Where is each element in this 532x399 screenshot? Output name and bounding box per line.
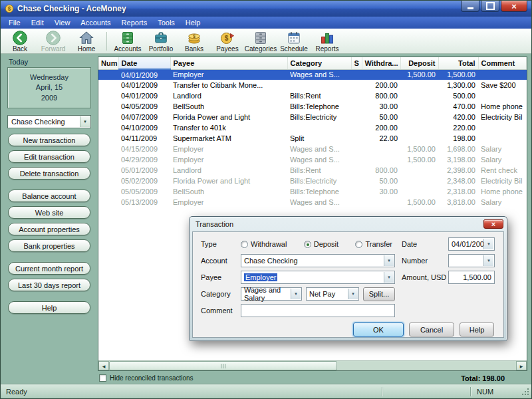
cell-status <box>351 122 362 133</box>
column-header-date[interactable]: Date <box>118 57 170 69</box>
scrollbar-track[interactable] <box>109 361 516 370</box>
sidebar-button-bank-properties[interactable]: Bank properties <box>8 239 90 252</box>
chevron-down-icon[interactable] <box>384 255 394 266</box>
sidebar-button-help[interactable]: Help <box>8 301 90 314</box>
sidebar-button-new-transaction[interactable]: New transaction <box>8 134 90 146</box>
ok-button[interactable]: OK <box>353 323 404 336</box>
radio-withdrawal[interactable]: Withdrawal <box>241 240 287 248</box>
scroll-left-button[interactable] <box>98 361 109 370</box>
category-combo[interactable]: Wages and Salary <box>241 287 302 301</box>
table-row[interactable]: 04/10/2009 Transfer to 401k 200.00 220.0… <box>98 122 527 133</box>
sidebar-button-delete-transaction[interactable]: Delete transaction <box>8 167 90 180</box>
table-row[interactable]: 04/15/2009 Employer Wages and S... 1,500… <box>98 144 527 154</box>
column-header-deposit[interactable]: Deposit <box>400 57 438 69</box>
table-row[interactable]: 04/01/2009 Landlord Bills:Rent 800.00 50… <box>98 90 527 101</box>
toolbar-schedule[interactable]: Schedule <box>277 29 311 53</box>
chevron-down-icon[interactable] <box>348 289 358 299</box>
sidebar-button-last-30-days-report[interactable]: Last 30 days report <box>8 279 90 291</box>
menu-tools[interactable]: Tools <box>152 18 180 27</box>
cell-status <box>351 197 362 207</box>
account-combo[interactable]: Chase Checking <box>241 254 395 267</box>
cell-withdrawal: 50.00 <box>362 176 400 186</box>
toolbar-categories[interactable]: Categories <box>244 29 277 53</box>
column-header-payee[interactable]: Payee <box>170 57 287 69</box>
table-row[interactable]: 04/11/2009 Supermarket ATM Split 22.00 1… <box>98 133 527 144</box>
sidebar: Today Wednesday April, 15 2009 Chase Che… <box>1 57 98 358</box>
menu-view[interactable]: View <box>49 18 76 27</box>
cell-num <box>98 176 118 186</box>
column-header-total[interactable]: Total <box>438 57 478 69</box>
radio-deposit[interactable]: Deposit <box>304 240 338 248</box>
resize-grip[interactable] <box>519 386 531 398</box>
column-header-category[interactable]: Category <box>287 57 351 69</box>
table-row[interactable]: 05/01/2009 Landlord Bills:Rent 800.00 2,… <box>98 165 527 176</box>
chevron-down-icon[interactable] <box>483 239 493 249</box>
menu-reports[interactable]: Reports <box>116 18 153 27</box>
column-header-status[interactable]: S <box>351 57 362 69</box>
maximize-button[interactable] <box>481 1 499 12</box>
cell-num <box>98 69 118 80</box>
sidebar-button-edit-transaction[interactable]: Edit transaction <box>8 150 90 163</box>
menu-help[interactable]: Help <box>180 18 206 27</box>
table-row[interactable]: 04/01/2009 Employer Wages and S... 1,500… <box>98 69 527 80</box>
account-label: Account <box>201 257 241 265</box>
toolbar-portfolio[interactable]: Portfolio <box>144 29 178 53</box>
sidebar-button-current-month-report[interactable]: Current month report <box>8 262 90 275</box>
scrollbar-thumb[interactable] <box>109 361 337 370</box>
title-bar[interactable]: $ Chase Checking - AceMoney <box>1 1 531 17</box>
minimize-button[interactable] <box>461 1 479 12</box>
toolbar-accounts[interactable]: Accounts <box>111 29 144 53</box>
column-header-withdrawal[interactable]: Withdra... <box>362 57 400 69</box>
toolbar-forward[interactable]: Forward <box>37 29 70 53</box>
dialog-body: Type Withdrawal Deposit <box>192 231 504 338</box>
radio-transfer[interactable]: Transfer <box>355 240 392 248</box>
table-row[interactable]: 04/07/2009 Florida Power and Light Bills… <box>98 112 527 122</box>
close-button[interactable] <box>501 1 527 12</box>
amount-input[interactable]: 1,500.00 <box>448 271 495 284</box>
chevron-down-icon[interactable] <box>384 272 394 283</box>
sidebar-button-web-site[interactable]: Web site <box>8 206 90 219</box>
table-row[interactable]: 04/01/2009 Transfer to Citibank Mone... … <box>98 80 527 90</box>
cell-num <box>98 186 118 197</box>
cell-deposit <box>400 122 438 133</box>
table-row[interactable]: 05/05/2009 BellSouth Bills:Telephone 30.… <box>98 186 527 197</box>
cell-payee: Landlord <box>170 90 287 101</box>
toolbar-reports[interactable]: Reports <box>311 29 344 53</box>
chevron-down-icon[interactable] <box>291 289 301 299</box>
cancel-button[interactable]: Cancel <box>409 323 454 336</box>
comment-input[interactable] <box>241 304 395 317</box>
menu-edit[interactable]: Edit <box>26 18 49 27</box>
toolbar-banks[interactable]: $ Banks <box>178 29 211 53</box>
menu-accounts[interactable]: Accounts <box>75 18 116 27</box>
split-button[interactable]: Split... <box>363 287 395 301</box>
dialog-close-button[interactable] <box>483 219 503 229</box>
help-button[interactable]: Help <box>460 323 494 336</box>
date-combo[interactable]: 04/01/2009 <box>448 237 495 251</box>
cell-deposit: 1,500.00 <box>400 197 438 207</box>
toolbar-home[interactable]: Home <box>70 29 103 53</box>
cell-status <box>351 101 362 112</box>
table-row[interactable]: 04/29/2009 Employer Wages and S... 1,500… <box>98 154 527 165</box>
hide-reconciled-checkbox[interactable] <box>99 374 106 382</box>
subcategory-combo[interactable]: Net Pay <box>306 287 359 301</box>
window-title: Chase Checking - AceMoney <box>17 4 461 13</box>
number-combo[interactable] <box>448 254 495 267</box>
column-header-num[interactable]: Num <box>98 57 118 69</box>
dialog-title-bar[interactable]: Transaction <box>190 217 507 230</box>
toolbar-payees[interactable]: $ Payees <box>211 29 244 53</box>
horizontal-scrollbar[interactable] <box>98 360 527 370</box>
chevron-down-icon[interactable] <box>80 116 90 127</box>
menu-file[interactable]: File <box>3 18 26 27</box>
table-row[interactable]: 05/02/2009 Florida Power and Light Bills… <box>98 176 527 186</box>
payee-combo[interactable]: Employer <box>241 271 395 284</box>
chevron-down-icon[interactable] <box>483 255 493 266</box>
toolbar-back[interactable]: Back <box>3 29 37 53</box>
sidebar-button-balance-account[interactable]: Balance account <box>8 190 90 202</box>
scroll-right-button[interactable] <box>516 361 527 370</box>
sidebar-button-account-properties[interactable]: Account properties <box>8 223 90 235</box>
table-row[interactable]: 05/13/2009 Employer Wages and S... 1,500… <box>98 197 527 207</box>
cell-comment: Electricity Bil <box>478 176 527 186</box>
column-header-comment[interactable]: Comment <box>478 57 527 69</box>
table-row[interactable]: 04/05/2009 BellSouth Bills:Telephone 30.… <box>98 101 527 112</box>
account-selector[interactable]: Chase Checking <box>7 115 91 128</box>
